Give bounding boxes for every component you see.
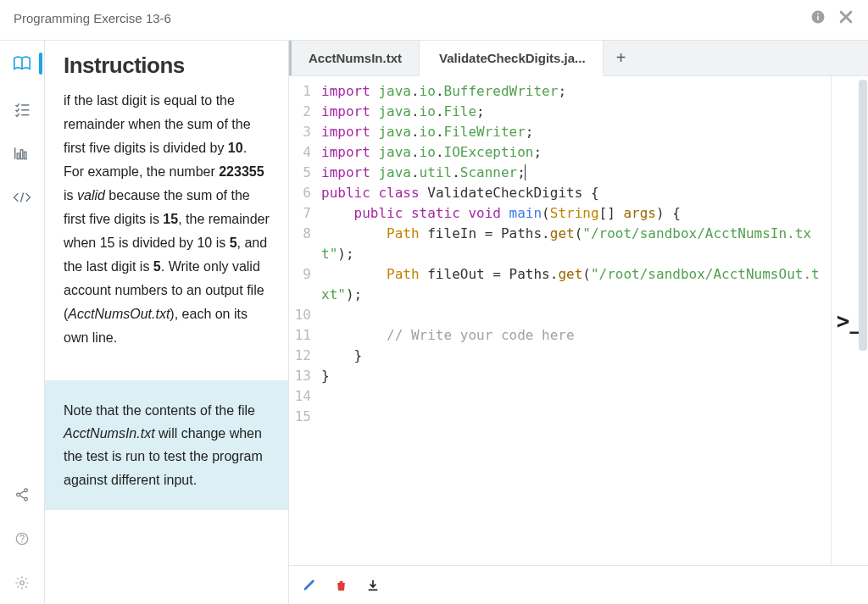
add-tab-icon[interactable]: + <box>604 41 639 75</box>
svg-rect-8 <box>17 153 19 159</box>
editor-area: 12345678 9 101112131415 import java.io.B… <box>289 76 868 565</box>
chart-icon[interactable] <box>13 144 31 163</box>
checklist-icon[interactable] <box>13 100 31 119</box>
editor-toolbar <box>289 565 868 604</box>
tab-validatecheckdigits[interactable]: ValidateCheckDigits.ja... <box>420 41 604 76</box>
svg-rect-10 <box>25 152 27 158</box>
svg-line-15 <box>19 496 25 499</box>
line-gutter: 12345678 9 101112131415 <box>289 76 318 565</box>
editor-pane: AcctNumsIn.txt ValidateCheckDigits.ja...… <box>288 40 868 604</box>
nav-rail <box>0 40 44 604</box>
book-icon[interactable] <box>13 54 31 73</box>
download-icon[interactable] <box>366 579 380 592</box>
instructions-heading: Instructions <box>45 41 288 89</box>
app-root: Programming Exercise 13-6 <box>0 0 868 604</box>
svg-point-17 <box>21 541 23 543</box>
code-icon[interactable] <box>13 188 31 207</box>
svg-rect-9 <box>20 150 23 159</box>
instructions-body: if the last digit is equal to the remain… <box>45 89 288 604</box>
exercise-title: Programming Exercise 13-6 <box>14 11 171 25</box>
close-icon[interactable] <box>837 8 854 28</box>
editor-tabs: AcctNumsIn.txt ValidateCheckDigits.ja...… <box>289 41 868 76</box>
svg-rect-2 <box>817 14 819 15</box>
titlebar-actions <box>810 8 854 28</box>
code-content[interactable]: import java.io.BufferedWriter;import jav… <box>318 76 831 565</box>
info-icon[interactable] <box>810 9 826 27</box>
svg-rect-1 <box>817 16 819 20</box>
instructions-pane: Instructions if the last digit is equal … <box>44 40 288 604</box>
editor-scrollbar[interactable] <box>860 76 868 565</box>
tab-acctnumsin[interactable]: AcctNumsIn.txt <box>289 41 420 75</box>
delete-icon[interactable] <box>335 579 348 592</box>
settings-icon[interactable] <box>13 574 31 592</box>
svg-point-18 <box>20 581 25 585</box>
share-icon[interactable] <box>13 485 31 504</box>
titlebar: Programming Exercise 13-6 <box>0 0 868 40</box>
scroll-thumb[interactable] <box>859 80 867 351</box>
code-editor[interactable]: 12345678 9 101112131415 import java.io.B… <box>289 76 831 565</box>
help-icon[interactable] <box>13 529 31 548</box>
edit-icon[interactable] <box>303 579 316 592</box>
svg-line-14 <box>19 491 25 495</box>
main-body: Instructions if the last digit is equal … <box>0 40 868 604</box>
instructions-text: if the last digit is equal to the remain… <box>64 89 270 350</box>
instructions-note: Note that the contents of the file AcctN… <box>45 380 288 510</box>
